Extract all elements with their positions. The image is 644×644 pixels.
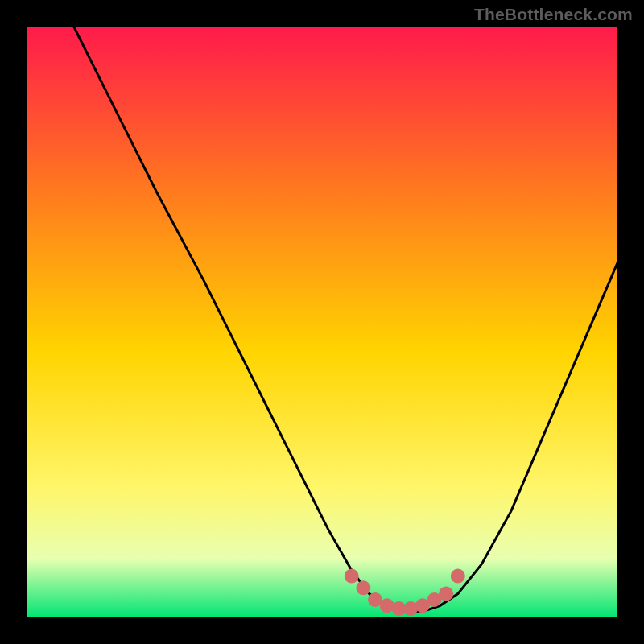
gradient-background xyxy=(27,27,617,617)
plot-area xyxy=(27,27,617,617)
highlight-marker xyxy=(451,569,465,584)
highlight-marker xyxy=(439,587,453,601)
highlight-marker xyxy=(356,580,370,595)
chart-svg xyxy=(27,27,617,617)
watermark-text: TheBottleneck.com xyxy=(474,5,633,24)
highlight-marker xyxy=(345,569,359,584)
chart-frame: TheBottleneck.com xyxy=(0,0,644,644)
